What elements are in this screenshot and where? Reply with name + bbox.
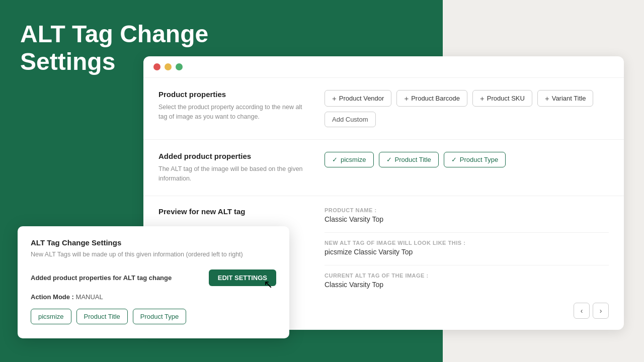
preview-divider-2 [325,265,609,265]
sub-modal-desc: New ALT Tags will be made up of this giv… [31,250,276,259]
product-properties-desc: Select the product property according to… [158,103,309,122]
preview-divider-1 [325,232,609,233]
added-properties-left: Added product properties The ALT tag of … [158,152,309,184]
sub-tag-picsmize[interactable]: picsmize [31,309,71,324]
preview-right: PRODUCT NAME : Classic Varsity Top NEW A… [325,207,609,319]
current-alt-label: CURRENT ALT TAG OF THE IMAGE : [325,273,609,279]
added-properties-section: Added product properties The ALT tag of … [143,140,624,196]
sub-tag-product-type[interactable]: Product Type [133,309,186,324]
tag-picsmize[interactable]: ✓ picsmize [325,152,374,167]
action-mode-value: MANUAL [76,293,103,301]
product-properties-left: Product properties Select the product pr… [158,90,309,127]
sub-modal: ALT Tag Change Settings New ALT Tags wil… [18,226,289,338]
product-properties-title: Product properties [158,90,309,99]
product-properties-section: Product properties Select the product pr… [143,78,624,140]
new-alt-label: NEW ALT TAG OF IMAGE WILL LOOK LIKE THIS… [325,240,609,246]
check-icon-product-type: ✓ [451,156,457,163]
tag-product-type[interactable]: ✓ Product Type [444,152,506,167]
product-properties-right: + Product Vendor + Product Barcode + Pro… [325,90,609,127]
current-alt-value: Classic Varsity Top [325,281,609,289]
traffic-light-yellow[interactable] [165,63,172,70]
sub-modal-properties-row: Added product properties for ALT tag cha… [31,269,276,286]
added-properties-title: Added product properties [158,152,309,160]
action-mode-label: Action Mode : [31,293,74,301]
next-page-btn[interactable]: › [593,303,609,319]
sub-tag-product-title[interactable]: Product Title [76,309,128,324]
plus-icon-vendor: + [332,94,337,103]
check-icon-product-title: ✓ [386,156,392,163]
preview-title: Preview for new ALT tag [158,207,309,216]
action-mode-row: Action Mode : MANUAL [31,293,276,301]
added-tags-group: ✓ picsmize ✓ Product Title ✓ Product Typ… [325,152,609,167]
property-buttons-group: + Product Vendor + Product Barcode + Pro… [325,90,609,107]
plus-icon-barcode: + [404,94,409,103]
edit-settings-button[interactable]: EDIT SETTINGS [209,269,276,286]
pagination: ‹ › [325,298,609,319]
sub-modal-title: ALT Tag Change Settings [31,238,276,247]
btn-product-barcode[interactable]: + Product Barcode [396,90,467,107]
check-icon-picsmize: ✓ [332,156,338,163]
added-properties-desc: The ALT tag of the image will be based o… [158,164,309,184]
added-properties-right: ✓ picsmize ✓ Product Title ✓ Product Typ… [325,152,609,184]
tag-product-title[interactable]: ✓ Product Title [379,152,439,167]
traffic-lights-bar [143,56,624,78]
btn-add-custom[interactable]: Add Custom [325,112,376,127]
sub-tags-group: picsmize Product Title Product Type [31,309,276,324]
btn-product-sku[interactable]: + Product SKU [472,90,532,107]
new-alt-value: picsmize Classic Varsity Top [325,248,609,256]
product-name-value: Classic Varsity Top [325,215,609,223]
sub-modal-properties-label: Added product properties for ALT tag cha… [31,274,172,282]
plus-icon-variant: + [545,94,549,103]
traffic-light-red[interactable] [153,63,160,70]
btn-product-vendor[interactable]: + Product Vendor [325,90,391,107]
product-name-label: PRODUCT NAME : [325,207,609,213]
prev-page-btn[interactable]: ‹ [574,303,590,319]
plus-icon-sku: + [480,94,485,103]
btn-variant-title[interactable]: + Variant Title [537,90,593,107]
traffic-light-green[interactable] [176,63,183,70]
